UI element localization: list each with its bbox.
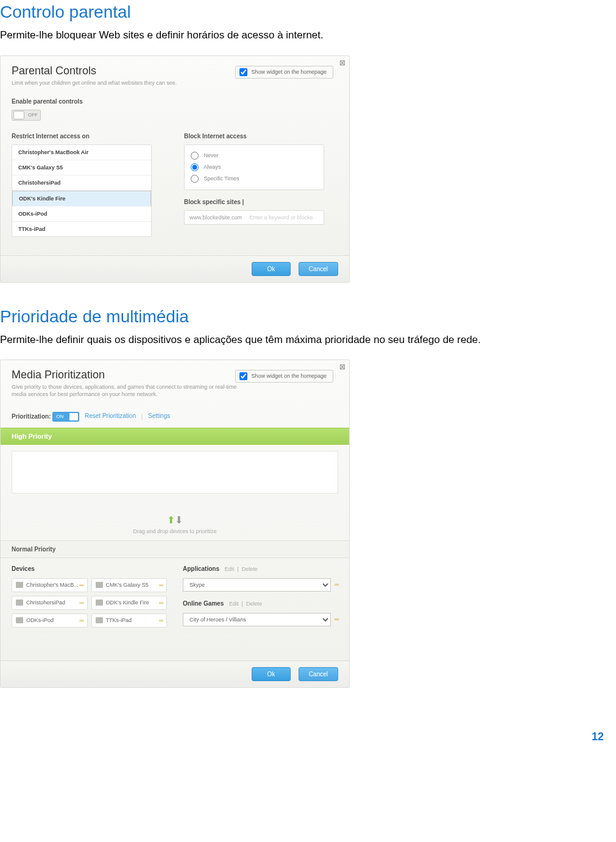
devices-head: Devices bbox=[12, 565, 167, 572]
app-select[interactable]: Skype bbox=[183, 578, 331, 592]
device-item[interactable]: ODKs-iPod bbox=[12, 207, 151, 222]
drag-hint-text: Drag and drop devices to prioritize bbox=[133, 528, 216, 534]
enable-toggle[interactable]: OFF bbox=[12, 110, 41, 121]
show-widget-checkbox[interactable]: Show widget on the homepage bbox=[235, 370, 333, 383]
panel-footer: Ok Cancel bbox=[1, 660, 349, 687]
drag-hint: ⬆⬇ Drag and drop devices to prioritize bbox=[1, 500, 349, 540]
block-label: Block Internet access bbox=[184, 133, 338, 140]
device-box[interactable]: ChristohersiPad═ bbox=[12, 596, 88, 610]
device-item[interactable]: Christopher's MacBook Air bbox=[12, 145, 151, 160]
close-icon[interactable]: ⊠ bbox=[339, 58, 345, 67]
ok-button[interactable]: Ok bbox=[252, 262, 291, 276]
drag-handle-icon[interactable]: ═ bbox=[79, 582, 83, 589]
prio-row: Prioritization: ON Reset Prioritization … bbox=[1, 409, 349, 428]
radio-never[interactable]: Never bbox=[191, 150, 317, 161]
device-item[interactable]: TTKs-iPad bbox=[12, 222, 151, 236]
show-widget-input[interactable] bbox=[239, 372, 247, 380]
prio-label: Prioritization: bbox=[12, 412, 51, 419]
media-panel-sub: Give priority to those devices, applicat… bbox=[12, 384, 243, 398]
blocked-placeholder: Enter a keyword or blocke bbox=[250, 214, 313, 221]
toggle-knob bbox=[69, 413, 78, 420]
parental-panel: ⊠ Parental Controls Limit when your chil… bbox=[0, 55, 350, 283]
device-icon bbox=[16, 582, 23, 588]
device-icon bbox=[96, 582, 103, 588]
show-widget-input[interactable] bbox=[239, 68, 247, 76]
delete-link[interactable]: Delete bbox=[246, 601, 262, 607]
parental-panel-sub: Limit when your children get online and … bbox=[12, 80, 243, 87]
radio-specific[interactable]: Specific Times bbox=[191, 173, 317, 185]
cancel-button[interactable]: Cancel bbox=[299, 667, 338, 681]
device-box[interactable]: ODK's Kindle Fire═ bbox=[91, 596, 168, 610]
blocked-site-input[interactable]: www.blockedsite.com Enter a keyword or b… bbox=[184, 210, 324, 225]
media-heading: Prioridade de multimédia bbox=[0, 307, 611, 327]
device-list: Christopher's MacBook Air CMK's Galaxy S… bbox=[12, 144, 152, 237]
parental-desc: Permite-lhe bloquear Web sites e definir… bbox=[0, 27, 611, 44]
delete-link[interactable]: Delete bbox=[242, 566, 258, 572]
drag-handle-icon[interactable]: ═ bbox=[159, 600, 163, 606]
device-icon bbox=[96, 617, 103, 623]
device-icon bbox=[16, 600, 23, 606]
drag-handle-icon[interactable]: ═ bbox=[79, 600, 83, 606]
device-box[interactable]: TTKs-iPad═ bbox=[91, 614, 168, 628]
device-item[interactable]: ChristohersiPad bbox=[12, 175, 151, 191]
games-head: Online Games Edit | Delete bbox=[183, 600, 338, 607]
edit-link[interactable]: Edit bbox=[225, 566, 235, 572]
normal-priority-band: Normal Priority bbox=[1, 540, 349, 558]
media-panel: ⊠ Media Prioritization Give priority to … bbox=[0, 359, 350, 687]
ok-button[interactable]: Ok bbox=[252, 667, 291, 681]
drag-handle-icon[interactable]: ═ bbox=[335, 581, 338, 588]
drag-arrows-icon: ⬆⬇ bbox=[1, 514, 349, 526]
game-select[interactable]: City of Heroes / Villians bbox=[183, 613, 331, 626]
drag-handle-icon[interactable]: ═ bbox=[79, 617, 83, 624]
enable-label: Enable parental controls bbox=[12, 98, 338, 105]
media-desc: Permite-lhe definir quais os dispositivo… bbox=[0, 331, 611, 349]
parental-heading: Controlo parental bbox=[0, 2, 611, 22]
toggle-off-text: OFF bbox=[28, 110, 38, 120]
edit-link[interactable]: Edit bbox=[229, 601, 239, 607]
settings-link[interactable]: Settings bbox=[148, 412, 170, 419]
block-sites-label: Block specific sites | bbox=[184, 199, 338, 205]
radio-always[interactable]: Always bbox=[191, 161, 317, 173]
device-icon bbox=[16, 617, 23, 623]
device-grid: Christopher's MacB...═ CMK's Galaxy S5═ … bbox=[12, 578, 167, 628]
prio-toggle[interactable]: ON bbox=[52, 412, 79, 422]
page-number: 12 bbox=[0, 712, 611, 749]
device-box[interactable]: CMK's Galaxy S5═ bbox=[91, 578, 168, 592]
cancel-button[interactable]: Cancel bbox=[299, 262, 338, 276]
restrict-label: Restrict Internet access on bbox=[12, 133, 166, 140]
high-priority-band: High Priority bbox=[1, 428, 349, 445]
panel-footer: Ok Cancel bbox=[1, 255, 349, 282]
toggle-on-text: ON bbox=[56, 414, 63, 419]
drag-handle-icon[interactable]: ═ bbox=[335, 616, 338, 623]
show-widget-label: Show widget on the homepage bbox=[251, 373, 327, 379]
device-box[interactable]: Christopher's MacB...═ bbox=[12, 578, 88, 592]
device-icon bbox=[96, 600, 103, 606]
high-priority-dropzone[interactable] bbox=[12, 451, 338, 494]
apps-head: Applications Edit | Delete bbox=[183, 565, 338, 572]
drag-handle-icon[interactable]: ═ bbox=[159, 582, 163, 589]
device-box[interactable]: ODKs-iPod═ bbox=[12, 614, 88, 628]
block-radios: Never Always Specific Times bbox=[184, 144, 324, 190]
device-item[interactable]: CMK's Galaxy S5 bbox=[12, 160, 151, 175]
blocked-site-text: www.blockedsite.com bbox=[189, 214, 242, 221]
drag-handle-icon[interactable]: ═ bbox=[159, 617, 163, 624]
close-icon[interactable]: ⊠ bbox=[339, 363, 345, 371]
show-widget-label: Show widget on the homepage bbox=[251, 69, 327, 75]
device-item-selected[interactable]: ODK's Kindle Fire bbox=[12, 191, 151, 207]
reset-link[interactable]: Reset Prioritization bbox=[85, 412, 136, 419]
toggle-knob bbox=[13, 111, 24, 119]
show-widget-checkbox[interactable]: Show widget on the homepage bbox=[235, 66, 333, 79]
